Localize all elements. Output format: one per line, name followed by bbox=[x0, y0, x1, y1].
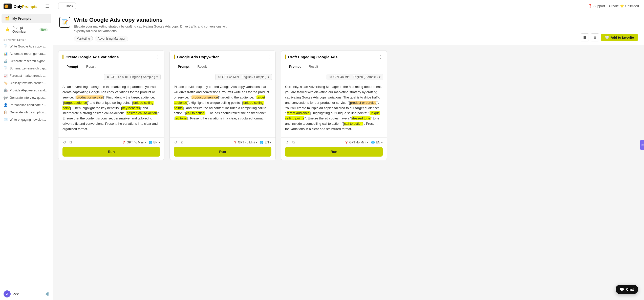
model-icon: ⚙ bbox=[107, 75, 110, 79]
support-button[interactable]: ❓ Support bbox=[588, 4, 605, 8]
page-header: 📝 Write Google Ads copy variations Eleva… bbox=[53, 12, 644, 45]
tag-marketing[interactable]: Marketing bbox=[74, 36, 93, 41]
tab-result[interactable]: Result bbox=[194, 62, 211, 71]
card-menu-icon[interactable]: ⋮ bbox=[267, 54, 271, 60]
whats-new-tab[interactable]: What's new bbox=[640, 140, 644, 150]
recent-item-r2[interactable]: 📊Automate report genera... bbox=[0, 50, 53, 57]
star-icon: ⭐ bbox=[5, 27, 10, 32]
card-title: Craft Engaging Google Ads bbox=[288, 55, 376, 59]
card-model-select: ⚙ GPT 4o Mini - English ( Sample ) ▾ bbox=[285, 74, 383, 80]
hamburger-menu[interactable]: ☰ bbox=[45, 4, 49, 9]
star-icon: ⭐ bbox=[620, 4, 624, 8]
card-menu-icon[interactable]: ⋮ bbox=[378, 54, 383, 60]
chevron-down-icon: ▾ bbox=[381, 141, 383, 144]
recent-icon: 📄 bbox=[4, 66, 8, 70]
page-title: Write Google Ads copy variations bbox=[74, 17, 577, 23]
run-button[interactable]: Run bbox=[62, 147, 160, 157]
card-footer: ↺ ⧉ ❓ GPT 4o Mini ▾ 🌐 EN ▾ bbox=[281, 137, 387, 147]
highlight-term: unique selling points bbox=[174, 101, 264, 110]
grid-view-button[interactable]: ⊞ bbox=[591, 33, 599, 41]
settings-icon[interactable]: ⚙️ bbox=[45, 292, 49, 296]
refresh-button[interactable]: ↺ bbox=[62, 140, 67, 145]
chevron-down-icon: ▾ bbox=[144, 141, 146, 144]
lang-select[interactable]: 🌐 EN ▾ bbox=[371, 141, 383, 144]
sidebar-item-my-prompts[interactable]: 🗂️ My Prompts bbox=[2, 14, 51, 23]
card-body: Please provide expertly crafted Google A… bbox=[170, 82, 275, 137]
card-header: Craft Engaging Google Ads ⋮ bbox=[281, 51, 387, 62]
recent-item-r8[interactable]: 💬Generate interview ques... bbox=[0, 94, 53, 101]
recent-item-r6[interactable]: 🏷️Classify text into predefi... bbox=[0, 79, 53, 87]
tab-result[interactable]: Result bbox=[82, 62, 100, 71]
card-title: Google Ads Copywriter bbox=[177, 55, 265, 59]
help-circle-icon: ❓ bbox=[122, 141, 126, 144]
topbar-right: ❓ Support Credit: ⭐ Unlimited bbox=[588, 4, 639, 8]
tab-result[interactable]: Result bbox=[305, 62, 322, 71]
logo-text: OnlyPrompts bbox=[14, 4, 37, 9]
tab-prompt[interactable]: Prompt bbox=[174, 62, 194, 71]
sidebar-footer: Z Zoe ⚙️ bbox=[0, 288, 53, 300]
lang-select[interactable]: 🌐 EN ▾ bbox=[148, 141, 160, 144]
recent-icon: ✉️ bbox=[4, 118, 8, 121]
highlight-term: call to action bbox=[186, 111, 205, 115]
card-header: Google Ads Copywriter ⋮ bbox=[170, 51, 275, 62]
recent-icon: 💬 bbox=[4, 96, 8, 99]
chevron-down-icon: ▾ bbox=[367, 141, 369, 144]
user-avatar: Z bbox=[4, 290, 11, 297]
copy-button[interactable]: ⧉ bbox=[69, 140, 73, 145]
model-mini-select[interactable]: ❓ GPT 4o Mini ▾ bbox=[122, 141, 146, 144]
card-accent bbox=[285, 55, 286, 59]
chevron-down-icon: ▾ bbox=[156, 75, 158, 79]
recent-item-r1[interactable]: 📄Write Google Ads copy v... bbox=[0, 43, 53, 50]
model-dropdown[interactable]: ⚙ GPT 4o Mini - English ( Sample ) ▾ bbox=[327, 74, 383, 80]
recent-item-r11[interactable]: ✉️Write engaging newslett... bbox=[0, 116, 53, 123]
model-mini-select[interactable]: ❓ GPT 4o Mini ▾ bbox=[345, 141, 369, 144]
refresh-button[interactable]: ↺ bbox=[174, 140, 178, 145]
card-accent bbox=[174, 55, 175, 59]
recent-icon: 📋 bbox=[4, 110, 8, 114]
model-mini-select[interactable]: ❓ GPT 4o Mini ▾ bbox=[233, 141, 257, 144]
highlight-term: product or service bbox=[350, 101, 376, 105]
copy-button[interactable]: ⧉ bbox=[180, 140, 184, 145]
card-footer: ↺ ⧉ ❓ GPT 4o Mini ▾ 🌐 EN ▾ bbox=[58, 137, 164, 147]
page-icon: 📝 bbox=[59, 17, 70, 28]
lang-select[interactable]: 🌐 EN ▾ bbox=[260, 141, 271, 144]
card-header: Create Google Ads Variations ⋮ bbox=[58, 51, 164, 62]
recent-icon: 📊 bbox=[4, 52, 8, 56]
highlight-term: product or service bbox=[76, 95, 103, 99]
prompt-card-card1: Create Google Ads Variations ⋮ PromptRes… bbox=[58, 50, 164, 160]
chevron-down-icon: ▾ bbox=[159, 141, 160, 144]
model-dropdown[interactable]: ⚙ GPT 4o Mini - English ( Sample ) ▾ bbox=[215, 74, 272, 80]
chevron-down-icon: ▾ bbox=[256, 141, 257, 144]
footer-actions-right: ❓ GPT 4o Mini ▾ 🌐 EN ▾ bbox=[122, 141, 160, 144]
help-circle-icon: ❓ bbox=[233, 141, 237, 144]
highlight-term: call to action bbox=[344, 122, 362, 126]
recent-item-r7[interactable]: 🤖Provide AI-powered cand... bbox=[0, 87, 53, 94]
list-view-button[interactable]: ☰ bbox=[581, 33, 589, 41]
recent-item-r9[interactable]: 👤Personalize candidate o... bbox=[0, 101, 53, 109]
recent-item-r3[interactable]: 🔬Generate research hypot... bbox=[0, 57, 53, 65]
tab-prompt[interactable]: Prompt bbox=[62, 62, 82, 71]
refresh-button[interactable]: ↺ bbox=[285, 140, 289, 145]
back-arrow-icon: ← bbox=[61, 4, 64, 8]
help-circle-icon: ❓ bbox=[345, 141, 348, 144]
recent-item-r10[interactable]: 📋Generate job description... bbox=[0, 109, 53, 116]
model-dropdown[interactable]: ⚙ GPT 4o Mini - English ( Sample ) ▾ bbox=[104, 74, 161, 80]
highlight-term: key benefits bbox=[122, 106, 140, 110]
recent-icon: 📄 bbox=[4, 44, 8, 48]
recent-item-r4[interactable]: 📄Summarize research pap... bbox=[0, 65, 53, 72]
highlight-term: target audience bbox=[287, 111, 310, 115]
add-to-favorite-button[interactable]: 🤍 Add to favorite bbox=[601, 34, 638, 41]
tag-advertising-manager[interactable]: Advertising Manager bbox=[95, 36, 128, 41]
run-button[interactable]: Run bbox=[174, 147, 271, 157]
tab-prompt[interactable]: Prompt bbox=[285, 62, 305, 71]
back-button[interactable]: ← Back bbox=[58, 3, 76, 9]
sidebar-item-prompt-optimizer[interactable]: ⭐ Prompt Optimizer New bbox=[2, 23, 51, 36]
chat-fab-button[interactable]: 💬 Chat bbox=[616, 285, 638, 294]
copy-button[interactable]: ⧉ bbox=[292, 140, 295, 145]
heart-icon: 🤍 bbox=[605, 36, 609, 39]
folder-icon: 🗂️ bbox=[5, 16, 10, 21]
recent-item-r5[interactable]: 📈Forecast market trends ... bbox=[0, 72, 53, 79]
card-menu-icon[interactable]: ⋮ bbox=[156, 54, 160, 60]
card-body: As an advertising manager in the marketi… bbox=[58, 82, 164, 137]
run-button[interactable]: Run bbox=[285, 147, 383, 157]
